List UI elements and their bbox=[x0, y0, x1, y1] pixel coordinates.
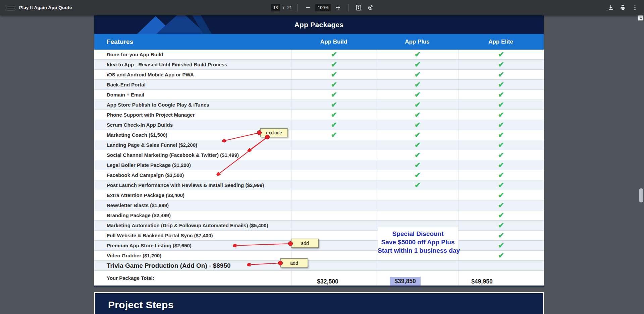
check-icon: ✔ bbox=[331, 80, 337, 89]
download-icon[interactable] bbox=[608, 5, 614, 11]
exclude-note[interactable]: exclude bbox=[260, 128, 288, 137]
check-icon: ✔ bbox=[331, 111, 337, 119]
cell-build bbox=[291, 200, 377, 210]
cell-build bbox=[291, 160, 377, 170]
feature-label: Extra Attention Package ($3,400) bbox=[94, 190, 291, 200]
feature-label: Branding Package ($2,499) bbox=[94, 210, 291, 220]
table-title: App Packages bbox=[94, 15, 544, 34]
check-icon: ✔ bbox=[415, 151, 421, 160]
cell-build bbox=[291, 210, 377, 220]
feature-label: App Store Publish to Google Play & iTune… bbox=[94, 100, 291, 110]
cell-elite: ✔ bbox=[458, 140, 544, 150]
table-bottom-border bbox=[94, 286, 544, 287]
check-icon: ✔ bbox=[498, 241, 504, 250]
check-icon: ✔ bbox=[498, 221, 504, 230]
pdf-toolbar: Play It Again App Quote 13 / 21 100% bbox=[0, 0, 644, 15]
check-icon: ✔ bbox=[498, 201, 504, 210]
table-row: Done-for-you App Build✔✔✔ bbox=[94, 50, 544, 60]
feature-label: Post Launch Performance with Reviews & I… bbox=[94, 180, 291, 190]
table-row: Landing Page & Sales Funnel ($2,200)✔✔ bbox=[94, 140, 544, 150]
cell-elite: ✔ bbox=[458, 241, 544, 250]
add-note-2[interactable]: add bbox=[280, 258, 308, 267]
cell-plus: ✔ bbox=[377, 140, 458, 150]
check-icon: ✔ bbox=[415, 50, 421, 59]
table-row: Full Website & Backend Portal Sync ($7,4… bbox=[94, 231, 544, 241]
check-icon: ✔ bbox=[415, 171, 421, 180]
column-app-build: App Build bbox=[307, 34, 361, 50]
feature-label: Trivia Game Production (Add On) - $8950 bbox=[94, 261, 291, 270]
cell-elite: ✔ bbox=[458, 210, 544, 220]
feature-label: Premium App Store Listing ($2,650) bbox=[94, 241, 291, 250]
check-icon: ✔ bbox=[498, 111, 504, 119]
cell-build bbox=[291, 170, 377, 180]
cell-elite: ✔ bbox=[458, 50, 544, 59]
project-steps-title: Project Steps bbox=[108, 299, 174, 311]
feature-label: Video Grabber ($1,200) bbox=[94, 251, 291, 260]
cell-elite: ✔ bbox=[458, 170, 544, 180]
cell-build: ✔ bbox=[291, 120, 377, 130]
zoom-level-input[interactable]: 100% bbox=[315, 4, 331, 11]
check-icon: ✔ bbox=[415, 90, 421, 99]
check-icon: ✔ bbox=[498, 141, 504, 149]
check-icon: ✔ bbox=[331, 90, 337, 99]
feature-label: Facebook Ad Campaign ($3,500) bbox=[94, 170, 291, 180]
cell-plus bbox=[377, 261, 458, 270]
feature-label: Newsletter Blasts ($1,899) bbox=[94, 200, 291, 210]
more-options-icon[interactable] bbox=[632, 5, 638, 11]
cell-plus: ✔ bbox=[377, 120, 458, 130]
table-row: Marketing Coach ($1,500)✔✔✔ bbox=[94, 130, 544, 140]
print-icon[interactable] bbox=[620, 5, 626, 11]
zoom-in-button[interactable] bbox=[334, 3, 342, 12]
page-total: 21 bbox=[287, 5, 292, 10]
check-icon: ✔ bbox=[498, 191, 504, 200]
page-zoom-controls: 13 / 21 100% bbox=[271, 0, 375, 15]
column-features: Features bbox=[107, 34, 133, 50]
cell-plus: ✔ bbox=[377, 70, 458, 79]
feature-label: Back-End Portal bbox=[94, 80, 291, 89]
feature-label: Legal Boiler Plate Package ($1,200) bbox=[94, 160, 291, 170]
discount-line: Special Discount bbox=[378, 230, 458, 238]
check-icon: ✔ bbox=[415, 70, 421, 79]
column-app-plus: App Plus bbox=[390, 34, 444, 50]
package-total-label: Your Package Total: bbox=[107, 275, 154, 281]
cell-build: ✔ bbox=[291, 110, 377, 120]
cell-build: ✔ bbox=[291, 130, 377, 140]
table-row: iOS and Android Mobile App or PWA✔✔✔ bbox=[94, 70, 544, 80]
cell-plus: ✔ bbox=[377, 80, 458, 89]
cell-plus: ✔ bbox=[377, 110, 458, 120]
table-title-band: App Packages bbox=[94, 15, 544, 34]
rotate-icon[interactable] bbox=[366, 3, 375, 12]
check-icon: ✔ bbox=[415, 111, 421, 119]
check-icon: ✔ bbox=[331, 50, 337, 59]
cell-elite: ✔ bbox=[458, 221, 544, 230]
zoom-out-button[interactable] bbox=[304, 3, 312, 12]
cell-build: ✔ bbox=[291, 90, 377, 100]
fit-page-icon[interactable] bbox=[354, 3, 363, 12]
table-row: Scrum Check-In App Builds✔✔✔ bbox=[94, 120, 544, 130]
project-steps-band: Project Steps bbox=[95, 293, 543, 314]
page-number-input[interactable]: 13 bbox=[271, 4, 280, 11]
feature-label: Landing Page & Sales Funnel ($2,200) bbox=[94, 140, 291, 150]
feature-label: Social Channel Marketing (Facebook & Twi… bbox=[94, 150, 291, 160]
cell-elite: ✔ bbox=[458, 251, 544, 260]
table-row: Newsletter Blasts ($1,899)✔ bbox=[94, 200, 544, 210]
check-icon: ✔ bbox=[498, 161, 504, 170]
check-icon: ✔ bbox=[415, 60, 421, 69]
pdf-page-14: Project Steps bbox=[94, 292, 544, 314]
scrollbar-thumb[interactable] bbox=[639, 188, 643, 202]
feature-label: Marketing Automation (Drip & Followup Au… bbox=[94, 221, 291, 230]
cell-build: ✔ bbox=[291, 100, 377, 110]
check-icon: ✔ bbox=[415, 121, 421, 129]
cell-elite: ✔ bbox=[458, 120, 544, 130]
cell-elite: ✔ bbox=[458, 150, 544, 160]
check-icon: ✔ bbox=[415, 131, 421, 139]
cell-elite: ✔ bbox=[458, 80, 544, 89]
table-row: Post Launch Performance with Reviews & I… bbox=[94, 180, 544, 190]
menu-icon[interactable] bbox=[7, 4, 15, 11]
add-note-1[interactable]: add bbox=[291, 239, 319, 248]
cell-plus: ✔ bbox=[377, 60, 458, 69]
check-icon: ✔ bbox=[331, 101, 337, 109]
scrollbar-up-button[interactable] bbox=[638, 15, 643, 20]
check-icon: ✔ bbox=[498, 181, 504, 190]
feature-label: Phone Support with Project Manager bbox=[94, 110, 291, 120]
